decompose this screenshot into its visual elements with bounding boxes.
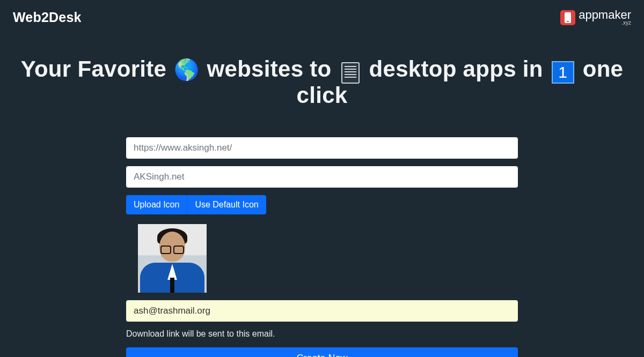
create-now-button[interactable]: Create Now — [126, 347, 518, 357]
hero-prefix: Your Favorite — [21, 56, 167, 81]
appmaker-text: appmaker .xyz — [579, 10, 631, 25]
appmaker-sub: .xyz — [579, 20, 631, 26]
hero-websites: websites to — [207, 56, 332, 81]
appmaker-label: appmaker — [579, 10, 631, 21]
hero-headline: Your Favorite 🌎 websites to desktop apps… — [0, 56, 644, 108]
desktop-icon — [341, 62, 360, 84]
appmaker-badge[interactable]: appmaker .xyz — [560, 10, 631, 25]
hero-desktop: desktop apps in — [369, 56, 543, 81]
globe-icon: 🌎 — [174, 58, 199, 81]
appmaker-icon — [560, 10, 575, 25]
email-input[interactable] — [126, 300, 518, 322]
email-helper-text: Download link will be sent to this email… — [126, 329, 518, 339]
header: Web2Desk appmaker .xyz — [0, 0, 644, 31]
url-input[interactable] — [126, 137, 518, 159]
icon-button-group: Upload Icon Use Default Icon — [126, 195, 266, 214]
icon-preview — [138, 224, 207, 293]
one-badge-icon: 1 — [552, 61, 574, 84]
upload-icon-button[interactable]: Upload Icon — [126, 195, 187, 214]
use-default-icon-button[interactable]: Use Default Icon — [187, 195, 266, 214]
appname-input[interactable] — [126, 166, 518, 188]
brand-title: Web2Desk — [13, 10, 82, 25]
create-form: Upload Icon Use Default Icon Download li… — [126, 137, 518, 357]
